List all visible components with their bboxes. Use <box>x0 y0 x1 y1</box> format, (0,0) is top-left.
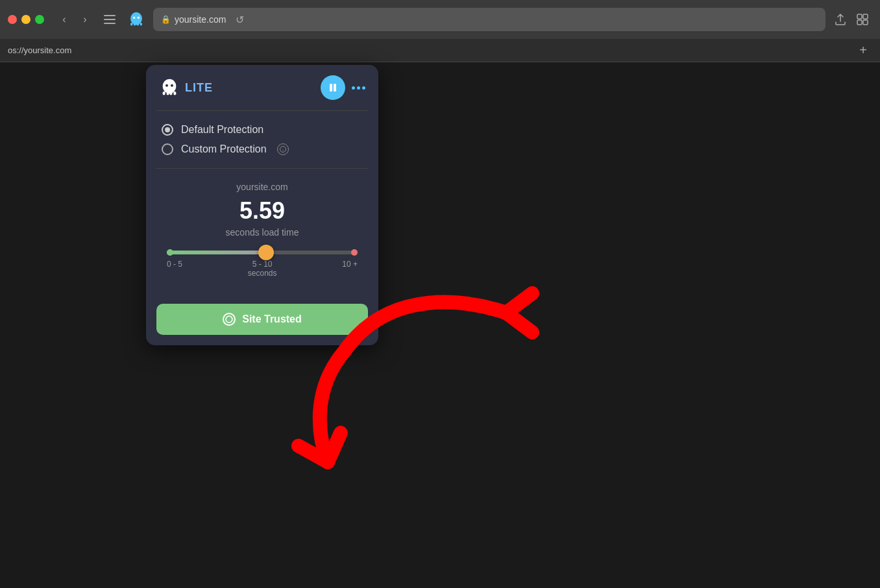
svg-rect-21 <box>330 84 332 92</box>
share-button[interactable] <box>831 10 850 29</box>
ghostery-logo: LITE <box>159 77 213 98</box>
svg-rect-15 <box>163 92 165 95</box>
nav-buttons: ‹ › <box>55 10 95 29</box>
sidebar-button[interactable] <box>100 10 119 29</box>
main-content: LITE Default Pr <box>0 62 880 588</box>
ghost-icon <box>159 77 180 98</box>
slider-thumb[interactable] <box>258 245 274 260</box>
slider-label-unit: seconds <box>248 269 277 278</box>
reload-button[interactable]: ↺ <box>230 10 249 29</box>
svg-rect-2 <box>104 23 116 24</box>
forward-button[interactable]: › <box>75 10 95 29</box>
maximize-traffic-light[interactable] <box>35 15 44 24</box>
pause-button[interactable] <box>321 75 345 100</box>
slider-label-low: 0 - 5 <box>167 260 182 278</box>
back-button[interactable]: ‹ <box>55 10 74 29</box>
default-protection-option[interactable]: Default Protection <box>162 124 363 136</box>
header-controls <box>321 75 365 100</box>
svg-rect-11 <box>863 14 868 19</box>
slider-track <box>167 251 358 254</box>
slider-label-mid: 5 - 10 seconds <box>248 260 277 278</box>
close-traffic-light[interactable] <box>8 15 17 24</box>
svg-rect-1 <box>104 19 116 20</box>
svg-rect-0 <box>104 15 116 16</box>
dot-3 <box>362 86 365 90</box>
svg-point-25 <box>226 316 232 323</box>
tab-url: os://yoursite.com <box>8 45 71 55</box>
traffic-lights <box>8 15 44 24</box>
svg-rect-18 <box>173 92 176 95</box>
address-bar[interactable]: 🔒 yoursite.com ↺ <box>153 8 825 31</box>
svg-point-14 <box>163 79 177 93</box>
svg-rect-16 <box>167 93 169 95</box>
url-text: yoursite.com <box>175 14 226 25</box>
svg-point-20 <box>171 84 173 87</box>
default-protection-label: Default Protection <box>181 124 263 136</box>
speed-slider[interactable]: 0 - 5 5 - 10 seconds 10 + <box>167 251 358 278</box>
tab-overview-button[interactable] <box>853 10 872 29</box>
site-name: yoursite.com <box>162 182 363 192</box>
svg-point-19 <box>165 84 168 87</box>
svg-rect-7 <box>140 23 142 25</box>
load-time-label: seconds load time <box>162 227 363 238</box>
site-trusted-button[interactable]: Site Trusted <box>156 304 368 335</box>
custom-protection-radio[interactable] <box>162 143 173 155</box>
svg-rect-10 <box>857 14 862 19</box>
svg-point-9 <box>138 17 140 19</box>
dot-1 <box>352 86 355 90</box>
lock-icon: 🔒 <box>161 15 171 24</box>
svg-rect-22 <box>334 84 336 92</box>
toolbar-right <box>831 10 872 29</box>
more-options-button[interactable] <box>352 86 365 90</box>
stats-section: yoursite.com 5.59 seconds load time 0 - … <box>146 169 378 299</box>
svg-rect-17 <box>169 93 172 95</box>
slider-label-mid-value: 5 - 10 <box>252 260 273 269</box>
svg-point-8 <box>133 17 135 19</box>
load-time-value: 5.59 <box>162 197 363 225</box>
svg-rect-5 <box>134 23 136 25</box>
slider-fill-left <box>167 251 266 254</box>
browser-chrome: ‹ › 🔒 yoursite.com ↺ <box>0 0 880 39</box>
default-protection-radio[interactable] <box>162 124 173 136</box>
new-tab-button[interactable]: + <box>854 42 872 60</box>
custom-protection-info-icon[interactable]: i <box>277 143 289 155</box>
tab-bar: os://yoursite.com + <box>0 39 880 62</box>
slider-labels: 0 - 5 5 - 10 seconds 10 + <box>167 260 358 278</box>
popup-header: LITE <box>146 65 378 110</box>
ghostery-extension-button[interactable] <box>125 8 148 31</box>
app-name-text: LITE <box>185 81 213 95</box>
slider-dot-red <box>351 249 358 256</box>
protection-options: Default Protection Custom Protection i <box>146 111 378 168</box>
svg-rect-4 <box>130 23 132 25</box>
minimize-traffic-light[interactable] <box>21 15 31 24</box>
svg-rect-12 <box>857 20 862 25</box>
ghostery-popup: LITE Default Pr <box>146 65 378 345</box>
svg-rect-6 <box>137 23 139 25</box>
slider-label-high: 10 + <box>342 260 358 278</box>
trusted-button-label: Site Trusted <box>242 313 302 325</box>
custom-protection-option[interactable]: Custom Protection i <box>162 143 363 155</box>
trusted-icon <box>223 313 236 326</box>
dot-2 <box>357 86 360 90</box>
svg-text:i: i <box>282 148 283 152</box>
svg-rect-13 <box>863 20 868 25</box>
custom-protection-label: Custom Protection <box>181 143 267 155</box>
